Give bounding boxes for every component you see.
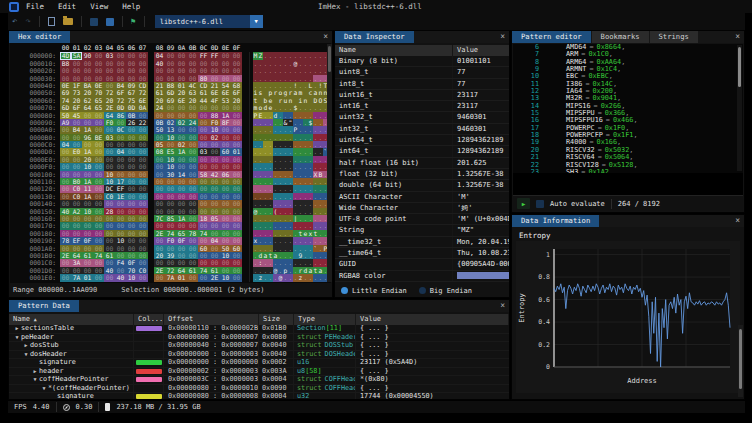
hex-byte[interactable]: 00 xyxy=(231,134,242,141)
hex-byte[interactable]: 78 xyxy=(187,230,198,237)
tab-data-inspector[interactable]: Data Inspector xyxy=(335,31,414,43)
hex-byte[interactable]: 00 xyxy=(104,222,115,229)
hex-byte[interactable]: 74 xyxy=(93,252,104,259)
hex-byte[interactable]: 00 xyxy=(82,171,93,178)
hex-byte[interactable]: 00 xyxy=(187,67,198,74)
hex-byte[interactable]: 00 xyxy=(93,200,104,207)
hex-byte[interactable]: 00 xyxy=(82,222,93,229)
hex-byte[interactable]: 00 xyxy=(137,126,148,133)
hex-byte[interactable]: 6D xyxy=(60,104,71,111)
hex-byte[interactable]: 00 xyxy=(60,222,71,229)
hex-byte[interactable]: 05 xyxy=(154,141,165,148)
hex-byte[interactable]: 00 xyxy=(187,171,198,178)
hex-byte[interactable]: 24 xyxy=(187,119,198,126)
hex-byte[interactable]: 00 xyxy=(104,274,115,281)
hex-byte[interactable]: F0 xyxy=(209,119,220,126)
hex-byte[interactable]: 00 xyxy=(187,259,198,266)
hex-byte[interactable]: 00 xyxy=(165,104,176,111)
hex-byte[interactable]: 6E xyxy=(220,89,231,96)
scrollbar-thumb[interactable] xyxy=(328,46,331,72)
hex-byte[interactable]: 00 xyxy=(220,134,231,141)
hex-byte[interactable]: 00 xyxy=(60,163,71,170)
hex-byte[interactable]: 10 xyxy=(220,274,231,281)
hex-byte[interactable]: 4D xyxy=(60,52,71,59)
hex-byte[interactable]: 00 xyxy=(115,171,126,178)
hex-byte[interactable]: 00 xyxy=(154,200,165,207)
hex-byte[interactable]: 05 xyxy=(209,215,220,222)
hex-byte[interactable]: 10 xyxy=(165,163,176,170)
hex-byte[interactable]: 00 xyxy=(93,237,104,244)
hex-byte[interactable]: 6E xyxy=(209,89,220,96)
hex-byte[interactable]: F0 xyxy=(104,119,115,126)
hex-byte[interactable]: 00 xyxy=(209,185,220,192)
hex-byte[interactable]: 00 xyxy=(165,67,176,74)
code-scrollbar[interactable] xyxy=(737,45,742,171)
hex-byte[interactable]: 00 xyxy=(104,60,115,67)
hex-byte[interactable]: 28 xyxy=(104,208,115,215)
hex-byte[interactable]: 00 xyxy=(231,163,242,170)
hex-byte[interactable]: 00 xyxy=(104,245,115,252)
hex-byte[interactable]: 1A xyxy=(220,112,231,119)
hex-byte[interactable]: 00 xyxy=(231,230,242,237)
hex-byte[interactable]: 1A xyxy=(82,148,93,155)
hex-byte[interactable]: 17 xyxy=(115,178,126,185)
hex-byte[interactable]: 00 xyxy=(231,193,242,200)
hex-byte[interactable]: 00 xyxy=(115,119,126,126)
hex-byte[interactable]: 00 xyxy=(137,148,148,155)
inspector-row[interactable]: int16_t23117 xyxy=(335,101,509,112)
hex-byte[interactable]: 00 xyxy=(231,67,242,74)
hex-byte[interactable]: 00 xyxy=(104,237,115,244)
hex-byte[interactable]: 20 xyxy=(187,97,198,104)
hex-byte[interactable]: 00 xyxy=(115,52,126,59)
hex-byte[interactable]: 00 xyxy=(187,156,198,163)
hex-byte[interactable]: A2 xyxy=(71,208,82,215)
hex-byte[interactable]: 00 xyxy=(198,67,209,74)
hex-byte[interactable]: 00 xyxy=(220,104,231,111)
data-info-scrollbar[interactable] xyxy=(738,325,743,397)
hex-byte[interactable]: 00 xyxy=(176,222,187,229)
hex-byte[interactable]: 00 xyxy=(137,75,148,82)
hex-byte[interactable]: FF xyxy=(209,52,220,59)
hex-byte[interactable]: 61 xyxy=(82,252,93,259)
hex-byte[interactable]: 00 xyxy=(198,237,209,244)
hex-byte[interactable]: 0E xyxy=(60,82,71,89)
hex-byte[interactable]: 00 xyxy=(82,75,93,82)
hex-byte[interactable]: 00 xyxy=(126,163,137,170)
hex-byte[interactable]: 00 xyxy=(137,252,148,259)
hex-byte[interactable]: 00 xyxy=(220,237,231,244)
inspector-row[interactable]: ASCII Character'M' xyxy=(335,192,509,203)
hex-byte[interactable]: 00 xyxy=(198,178,209,185)
hex-byte[interactable]: 00 xyxy=(231,171,242,178)
hex-byte[interactable]: 00 xyxy=(165,245,176,252)
hex-byte[interactable]: 1E xyxy=(115,193,126,200)
close-icon[interactable]: × xyxy=(500,31,505,43)
hex-byte[interactable]: 00 xyxy=(165,52,176,59)
hex-byte[interactable]: 40 xyxy=(104,267,115,274)
hex-byte[interactable]: 00 xyxy=(93,126,104,133)
inspector-row[interactable]: float (32 bit)1.32567E-38 xyxy=(335,169,509,180)
hex-byte[interactable]: 00 xyxy=(220,75,231,82)
hex-byte[interactable]: 2E xyxy=(154,267,165,274)
hex-byte[interactable]: 00 xyxy=(187,134,198,141)
hex-byte[interactable]: 00 xyxy=(209,163,220,170)
hex-byte[interactable]: 04 xyxy=(60,141,71,148)
hex-byte[interactable]: CD xyxy=(137,82,148,89)
hex-byte[interactable]: C0 xyxy=(71,185,82,192)
hex-byte[interactable]: 96 xyxy=(82,134,93,141)
hex-byte[interactable]: 00 xyxy=(198,60,209,67)
hex-byte[interactable]: 00 xyxy=(176,67,187,74)
hex-byte[interactable]: 00 xyxy=(220,200,231,207)
hex-byte[interactable]: 00 xyxy=(137,52,148,59)
hex-byte[interactable]: 00 xyxy=(231,178,242,185)
hex-byte[interactable]: 00 xyxy=(82,230,93,237)
hex-byte[interactable]: 02 xyxy=(176,119,187,126)
hex-byte[interactable]: 00 xyxy=(104,156,115,163)
hex-byte[interactable]: 00 xyxy=(198,156,209,163)
hex-byte[interactable]: 00 xyxy=(126,178,137,185)
hex-byte[interactable]: 10 xyxy=(209,126,220,133)
hex-byte[interactable]: 00 xyxy=(176,134,187,141)
hex-byte[interactable]: 00 xyxy=(165,185,176,192)
hex-byte[interactable]: 00 xyxy=(231,52,242,59)
inspector-row[interactable]: int64_t12894362189 xyxy=(335,146,509,157)
hex-byte[interactable]: 00 xyxy=(60,134,71,141)
